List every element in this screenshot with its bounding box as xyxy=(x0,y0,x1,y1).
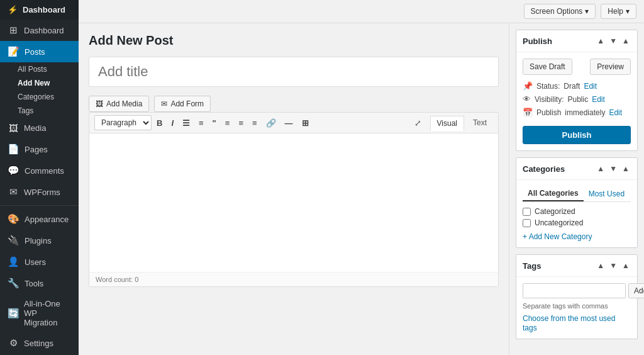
preview-button[interactable]: Preview xyxy=(590,59,631,75)
sidebar-item-users[interactable]: 👤 Users xyxy=(0,251,79,273)
sidebar-item-label: Tools xyxy=(25,279,43,288)
sidebar-sub-all-posts[interactable]: All Posts xyxy=(0,62,79,76)
settings-icon: ⚙ xyxy=(8,337,19,349)
tags-meta-box-content: Add Separate tags with commas Choose fro… xyxy=(516,277,637,339)
tab-visual[interactable]: Visual xyxy=(430,116,464,131)
sidebar-item-migration[interactable]: 🔄 All-in-One WP Migration xyxy=(0,294,79,332)
page-title: Add New Post xyxy=(89,33,499,48)
link-button[interactable]: 🔗 xyxy=(262,116,280,130)
add-new-category-link[interactable]: + Add New Category xyxy=(523,232,631,241)
sidebar-item-settings[interactable]: ⚙ Settings xyxy=(0,332,79,354)
category-checkbox-uncategorized[interactable] xyxy=(523,219,531,227)
tags-toggle-button[interactable]: ▼ xyxy=(608,260,618,271)
publish-label: Publish xyxy=(536,108,561,117)
tags-input[interactable] xyxy=(523,283,626,298)
sidebar-item-dashboard[interactable]: ⊞ Dashboard xyxy=(0,20,79,41)
visibility-icon: 👁 xyxy=(523,94,531,104)
category-item-uncategorized: Uncategorized xyxy=(523,218,631,227)
categories-pin-button[interactable]: ▲ xyxy=(621,163,631,174)
screen-options-chevron-icon: ▾ xyxy=(585,7,589,16)
publish-pin-button[interactable]: ▲ xyxy=(621,35,631,47)
publish-collapse-button[interactable]: ▲ xyxy=(596,35,606,47)
align-right-button[interactable]: ≡ xyxy=(248,116,261,130)
sidebar-item-label: Comments xyxy=(25,166,64,176)
add-media-label: Add Media xyxy=(106,99,142,108)
sidebar-item-media[interactable]: 🖼 Media xyxy=(0,118,79,138)
align-left-button[interactable]: ≡ xyxy=(221,116,234,130)
sidebar-item-label: WPForms xyxy=(24,188,60,197)
comments-icon: 💬 xyxy=(8,165,19,176)
visibility-value: Public xyxy=(567,95,588,104)
categories-meta-box-content: All Categories Most Used Categorized Unc… xyxy=(516,180,637,247)
categories-toggle-button[interactable]: ▼ xyxy=(608,163,618,174)
status-edit-link[interactable]: Edit xyxy=(584,82,597,91)
expand-editor-button[interactable]: ⤢ xyxy=(411,116,425,130)
sidebar-item-comments[interactable]: 💬 Comments xyxy=(0,160,79,181)
bold-button[interactable]: B xyxy=(153,116,166,130)
tags-pin-button[interactable]: ▲ xyxy=(621,260,631,271)
table-button[interactable]: ⊞ xyxy=(298,116,313,130)
sidebar-item-label: Settings xyxy=(24,339,53,348)
status-icon: 📌 xyxy=(523,81,533,91)
editor-content[interactable] xyxy=(89,133,498,272)
right-sidebar: Publish ▲ ▼ ▲ Save Draft Preview 📌 Statu… xyxy=(509,23,644,355)
format-select[interactable]: Paragraph xyxy=(94,115,152,130)
ordered-list-button[interactable]: ≡ xyxy=(195,116,208,130)
dashboard-icon: ⚡ xyxy=(8,5,18,14)
italic-button[interactable]: I xyxy=(167,116,177,130)
add-media-button[interactable]: 🖼 Add Media xyxy=(89,96,149,112)
status-value: Draft xyxy=(564,82,580,91)
sidebar-item-label: Users xyxy=(25,257,46,267)
migration-icon: 🔄 xyxy=(8,308,19,319)
screen-options-label: Screen Options xyxy=(531,7,583,16)
sidebar-item-label: Plugins xyxy=(25,236,52,245)
sidebar-item-plugins[interactable]: 🔌 Plugins xyxy=(0,230,79,251)
add-form-label: Add Form xyxy=(170,99,204,108)
publish-meta-box-content: Save Draft Preview 📌 Status: Draft Edit … xyxy=(516,52,637,150)
tab-text[interactable]: Text xyxy=(467,116,493,130)
sidebar-sub-categories[interactable]: Categories xyxy=(0,90,79,104)
publish-toggle-button[interactable]: ▼ xyxy=(608,35,618,47)
tags-meta-box: Tags ▲ ▼ ▲ Add Separate tags with commas… xyxy=(516,254,638,339)
help-button[interactable]: Help ▾ xyxy=(601,4,636,19)
align-center-button[interactable]: ≡ xyxy=(235,116,247,130)
sidebar-item-appearance[interactable]: 🎨 Appearance xyxy=(0,208,79,230)
visibility-edit-link[interactable]: Edit xyxy=(592,95,605,104)
sidebar-item-label: Dashboard xyxy=(24,26,64,35)
categories-collapse-button[interactable]: ▲ xyxy=(596,163,606,174)
tags-add-button[interactable]: Add xyxy=(628,283,644,298)
sidebar-item-label: Media xyxy=(24,123,46,133)
dashboard-grid-icon: ⊞ xyxy=(8,25,19,36)
category-label-uncategorized: Uncategorized xyxy=(535,218,583,227)
category-item-categorized: Categorized xyxy=(523,207,631,216)
sidebar-sub-add-new[interactable]: Add New xyxy=(0,76,79,90)
add-form-button[interactable]: ✉ Add Form xyxy=(154,96,211,112)
unordered-list-button[interactable]: ☰ xyxy=(179,116,194,130)
category-checkbox-categorized[interactable] xyxy=(523,208,531,216)
tags-collapse-button[interactable]: ▲ xyxy=(596,260,606,271)
sidebar-item-tools[interactable]: 🔧 Tools xyxy=(0,273,79,294)
sidebar-item-posts[interactable]: 📝 Posts xyxy=(0,41,79,62)
horizontal-line-button[interactable]: — xyxy=(281,116,297,130)
sidebar-item-wpforms[interactable]: ✉ WPForms xyxy=(0,181,79,203)
editor-area: Add New Post 🖼 Add Media ✉ Add Form Para… xyxy=(79,23,509,355)
screen-options-button[interactable]: Screen Options ▾ xyxy=(524,4,596,19)
sidebar-sub-tags[interactable]: Tags xyxy=(0,104,79,118)
publish-time-edit-link[interactable]: Edit xyxy=(609,108,622,117)
categories-meta-box: Categories ▲ ▼ ▲ All Categories Most Use… xyxy=(516,157,638,248)
publish-time: immediately xyxy=(565,108,605,117)
save-draft-button[interactable]: Save Draft xyxy=(523,59,572,75)
blockquote-button[interactable]: " xyxy=(209,116,220,130)
sidebar-logo[interactable]: ⚡ Dashboard xyxy=(0,0,79,20)
tools-icon: 🔧 xyxy=(8,278,19,289)
post-title-input[interactable] xyxy=(89,57,499,87)
publish-button[interactable]: Publish xyxy=(523,126,631,144)
sidebar-item-pages[interactable]: 📄 Pages xyxy=(0,138,79,160)
content-area: Add New Post 🖼 Add Media ✉ Add Form Para… xyxy=(79,23,644,355)
users-icon: 👤 xyxy=(8,256,19,268)
tab-most-used[interactable]: Most Used xyxy=(584,186,630,201)
tags-choose-link[interactable]: Choose from the most used tags xyxy=(523,314,615,332)
tab-all-categories[interactable]: All Categories xyxy=(523,186,584,201)
editor-toolbar-top: 🖼 Add Media ✉ Add Form xyxy=(89,96,499,112)
editor-box: Paragraph B I ☰ ≡ " ≡ ≡ ≡ 🔗 — ⊞ ⤢ xyxy=(89,112,499,287)
